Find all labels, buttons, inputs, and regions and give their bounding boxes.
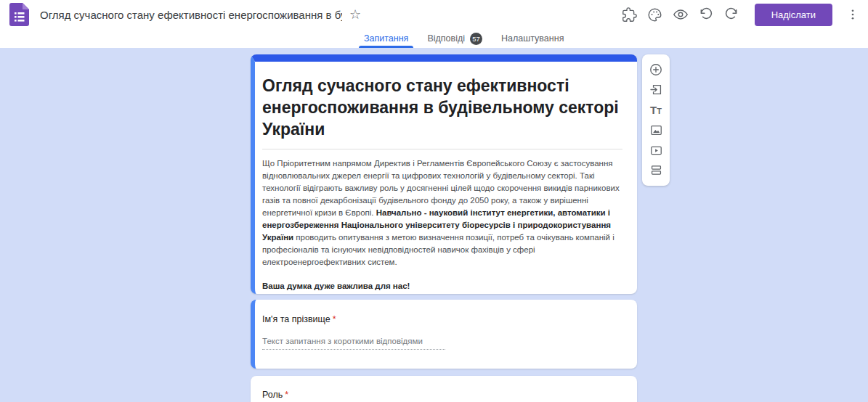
title-underline-divider: [262, 149, 622, 149]
add-question-icon[interactable]: [647, 61, 665, 78]
import-questions-icon[interactable]: [647, 81, 665, 99]
question-label[interactable]: Роль*: [262, 390, 622, 400]
star-icon[interactable]: ☆: [349, 8, 361, 21]
more-options-icon[interactable]: [845, 7, 861, 22]
form-header-title[interactable]: Огляд сучасного стану ефективності енерг…: [262, 75, 622, 140]
add-video-icon[interactable]: [647, 141, 665, 159]
question-card-role[interactable]: Роль*: [251, 376, 637, 402]
question-card-name[interactable]: Ім'я та прізвище* Текст запитання з коро…: [251, 300, 637, 369]
preview-eye-icon[interactable]: [673, 7, 689, 22]
tab-settings[interactable]: Налаштування: [492, 29, 573, 48]
description-text: проводить опитування з метою визначення …: [262, 233, 615, 266]
addons-icon[interactable]: [622, 7, 638, 22]
tab-settings-label: Налаштування: [501, 33, 564, 44]
theme-palette-icon[interactable]: [647, 7, 663, 22]
google-forms-logo-icon[interactable]: [9, 3, 29, 26]
appbar-actions: Надіслати: [622, 0, 861, 29]
add-section-icon[interactable]: [647, 162, 665, 179]
form-tabs-bar: Запитання Відповіді 57 Налаштування: [0, 29, 868, 48]
undo-icon[interactable]: [698, 7, 714, 22]
tab-questions[interactable]: Запитання: [354, 29, 418, 48]
question-toolbar: TT: [642, 54, 670, 186]
required-asterisk: *: [333, 314, 336, 324]
redo-icon[interactable]: [723, 7, 739, 22]
add-title-icon[interactable]: TT: [647, 102, 665, 119]
send-button[interactable]: Надіслати: [755, 4, 832, 26]
app-header: Огляд сучасного стану ефективності енерг…: [0, 0, 868, 29]
question-label[interactable]: Ім'я та прізвище*: [262, 314, 622, 324]
description-emphasis-line[interactable]: Ваша думка дуже важлива для нас!: [262, 280, 622, 292]
tab-responses-label: Відповіді: [427, 33, 465, 44]
tab-questions-label: Запитання: [364, 33, 408, 44]
short-answer-placeholder[interactable]: Текст запитання з короткими відповідями: [262, 337, 445, 350]
add-image-icon[interactable]: [647, 121, 665, 139]
responses-count-badge: 57: [470, 33, 482, 45]
form-title-input[interactable]: Огляд сучасного стану ефективності енерг…: [40, 9, 342, 21]
form-editor-canvas: Огляд сучасного стану ефективності енерг…: [0, 48, 868, 402]
required-asterisk: *: [285, 390, 288, 400]
form-description[interactable]: Що Пріоритетним напрямом Директив і Регл…: [262, 157, 622, 268]
form-header-card[interactable]: Огляд сучасного стану ефективності енерг…: [251, 54, 637, 294]
tab-responses[interactable]: Відповіді 57: [418, 29, 492, 48]
